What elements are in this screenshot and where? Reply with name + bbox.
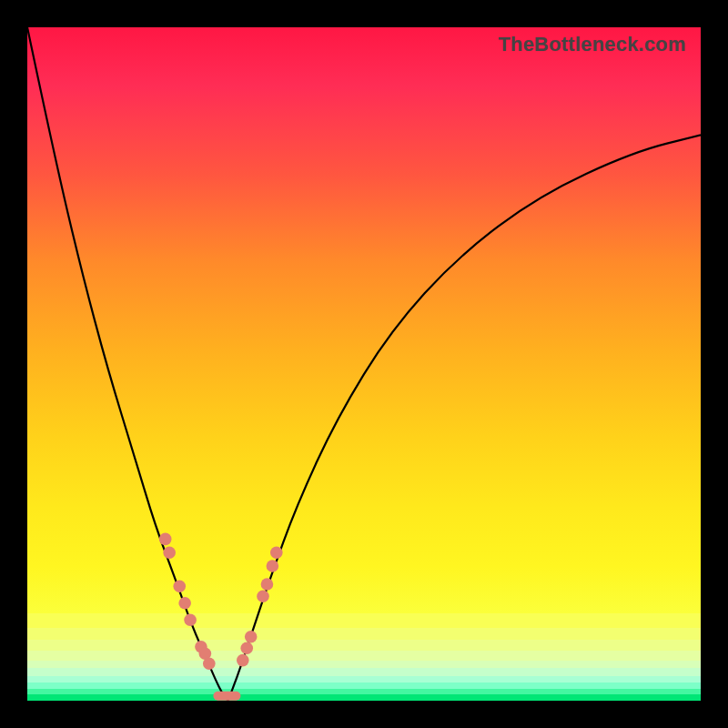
data-point	[257, 591, 269, 603]
data-markers	[159, 533, 283, 670]
data-point	[267, 560, 279, 572]
plot-area: TheBottleneck.com	[27, 27, 701, 701]
data-point	[173, 580, 186, 592]
chart-svg	[27, 27, 701, 701]
data-point	[261, 578, 274, 591]
data-point	[203, 658, 216, 671]
data-point	[237, 654, 249, 667]
chart-container: TheBottleneck.com	[0, 0, 728, 728]
left-curve	[27, 27, 228, 701]
data-point	[178, 597, 191, 610]
data-point	[159, 533, 172, 546]
data-point	[240, 642, 253, 654]
watermark-text: TheBottleneck.com	[499, 33, 686, 56]
data-point	[245, 631, 258, 643]
right-curve	[228, 135, 701, 701]
data-point	[163, 546, 176, 559]
data-point	[270, 546, 283, 559]
data-point	[184, 613, 197, 626]
